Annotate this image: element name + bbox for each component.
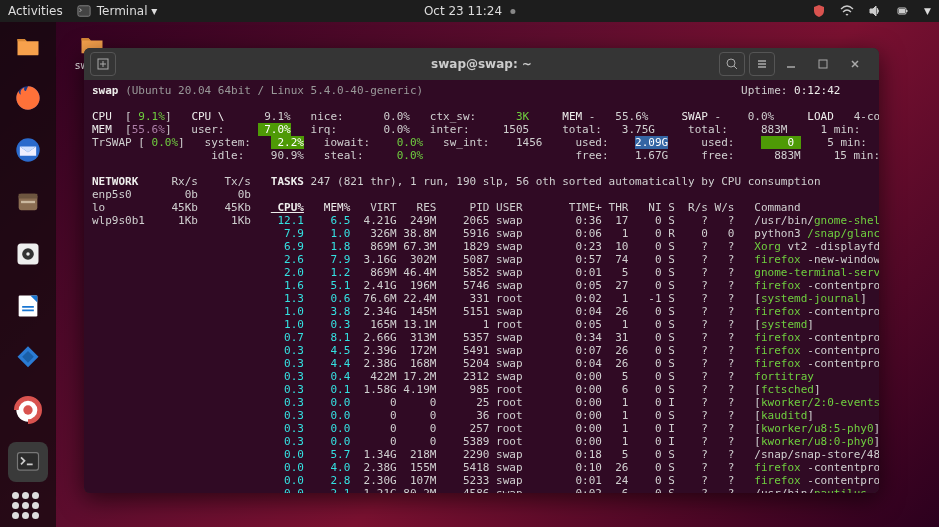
terminal-output[interactable]: swap (Ubuntu 20.04 64bit / Linux 5.4.0-4… <box>84 80 879 493</box>
svg-rect-2 <box>906 10 908 12</box>
terminal-app-icon[interactable] <box>8 442 48 482</box>
battery-icon[interactable] <box>896 4 910 18</box>
svg-rect-0 <box>78 6 90 17</box>
home-folder-icon[interactable] <box>8 26 48 66</box>
rhythmbox-icon[interactable] <box>8 234 48 274</box>
thunderbird-icon[interactable] <box>8 130 48 170</box>
terminal-menu[interactable]: Terminal ▾ <box>77 4 158 18</box>
svg-rect-7 <box>19 194 38 199</box>
forticlient-icon[interactable] <box>8 338 48 378</box>
terminal-small-icon <box>77 4 91 18</box>
activities-button[interactable]: Activities <box>8 4 63 18</box>
minimize-button[interactable] <box>779 52 803 76</box>
window-title: swap@swap: ~ <box>431 57 532 71</box>
window-titlebar[interactable]: swap@swap: ~ <box>84 48 879 80</box>
search-button[interactable] <box>719 52 745 76</box>
launcher-dock <box>0 22 56 527</box>
clock[interactable]: Oct 23 11:24 <box>424 4 502 18</box>
show-applications-icon[interactable] <box>12 492 39 519</box>
svg-rect-14 <box>22 310 34 312</box>
libreoffice-writer-icon[interactable] <box>8 286 48 326</box>
sound-icon[interactable] <box>868 4 882 18</box>
wifi-icon[interactable] <box>840 4 854 18</box>
svg-point-16 <box>23 405 32 414</box>
svg-rect-17 <box>18 453 39 471</box>
gnome-top-bar: Activities Terminal ▾ Oct 23 11:24 ▼ <box>0 0 939 22</box>
svg-rect-13 <box>22 306 34 308</box>
hamburger-menu-button[interactable] <box>749 52 775 76</box>
maximize-button[interactable] <box>811 52 835 76</box>
firefox-icon[interactable] <box>8 78 48 118</box>
shield-icon[interactable] <box>812 4 826 18</box>
close-button[interactable] <box>843 52 867 76</box>
svg-rect-20 <box>819 60 827 68</box>
terminal-window: swap@swap: ~ swap (Ubuntu 20.04 64bit / … <box>84 48 879 493</box>
help-icon[interactable] <box>8 390 48 430</box>
svg-rect-8 <box>21 201 35 203</box>
svg-rect-3 <box>899 9 905 13</box>
new-tab-button[interactable] <box>90 52 116 76</box>
files-icon[interactable] <box>8 182 48 222</box>
notification-dot-icon <box>510 9 515 14</box>
svg-point-11 <box>26 252 30 256</box>
chevron-down-icon[interactable]: ▼ <box>924 6 931 16</box>
svg-point-19 <box>727 59 735 67</box>
